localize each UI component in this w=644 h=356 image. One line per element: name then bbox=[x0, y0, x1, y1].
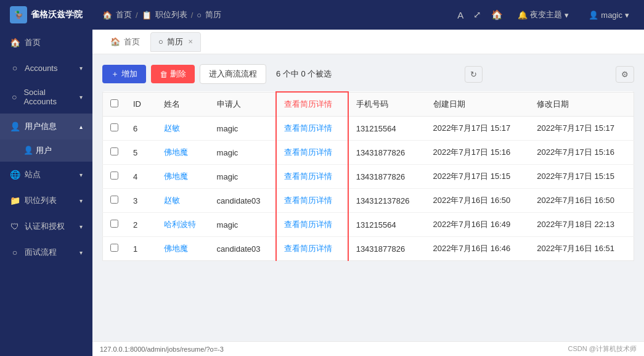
row-phone: 131215564 bbox=[348, 213, 426, 237]
breadcrumb-folder-icon: 📋 bbox=[142, 10, 152, 20]
sidebar-item-user-info[interactable]: 👤 用户信息 ▴ bbox=[0, 114, 92, 139]
row-id: 6 bbox=[126, 117, 157, 141]
sidebar-item-home[interactable]: 🏠 首页 bbox=[0, 30, 92, 56]
sidebar-item-auth[interactable]: 🛡 认证和授权 ▾ bbox=[0, 213, 92, 239]
row-modified: 2022年7月17日 15:15 bbox=[529, 165, 634, 189]
row-name: 佛地魔 bbox=[157, 237, 210, 261]
sidebar-item-positions[interactable]: 📁 职位列表 ▾ bbox=[0, 188, 92, 213]
home-icon[interactable]: 🏠 bbox=[491, 9, 503, 20]
font-size-icon[interactable]: A bbox=[457, 10, 463, 20]
accounts-chevron-icon: ▾ bbox=[79, 65, 83, 72]
row-phone: 13431877826 bbox=[348, 165, 426, 189]
user-menu-button[interactable]: 👤 magic ▾ bbox=[584, 8, 634, 22]
breadcrumb-resume[interactable]: 简历 bbox=[205, 9, 221, 20]
settings-button[interactable]: ⚙ bbox=[616, 66, 634, 83]
row-resume-action[interactable]: 查看简历详情 bbox=[276, 189, 348, 213]
breadcrumb-home[interactable]: 首页 bbox=[116, 9, 132, 20]
auth-icon: 🛡 bbox=[10, 221, 20, 231]
main-layout: 🏠 首页 ○ Accounts ▾ ○ Social Accounts ▾ 👤 … bbox=[0, 30, 644, 356]
row-operator: candidate03 bbox=[210, 237, 276, 261]
breadcrumb-positions[interactable]: 职位列表 bbox=[155, 9, 187, 20]
select-all-checkbox[interactable] bbox=[110, 99, 118, 107]
row-created: 2022年7月16日 16:46 bbox=[426, 237, 530, 261]
url-display: 127.0.0.1:8000/admin/jobs/resume/?o=-3 bbox=[100, 346, 224, 353]
resume-link[interactable]: 查看简历详情 bbox=[284, 244, 332, 253]
sidebar-accounts-label: Accounts bbox=[25, 64, 57, 73]
sidebar: 🏠 首页 ○ Accounts ▾ ○ Social Accounts ▾ 👤 … bbox=[0, 30, 92, 356]
delete-icon: 🗑 bbox=[160, 70, 168, 79]
sidebar-subitem-user[interactable]: 👤 用户 bbox=[0, 139, 92, 162]
enter-process-label: 进入商流流程 bbox=[209, 69, 257, 78]
refresh-button[interactable]: ↻ bbox=[465, 66, 483, 83]
row-checkbox[interactable] bbox=[110, 172, 118, 180]
row-checkbox[interactable] bbox=[110, 196, 118, 204]
user-info-icon: 👤 bbox=[10, 122, 20, 131]
row-id: 2 bbox=[126, 213, 157, 237]
row-checkbox[interactable] bbox=[110, 220, 118, 228]
row-resume-action[interactable]: 查看简历详情 bbox=[276, 213, 348, 237]
sidebar-user-info-label: 用户信息 bbox=[25, 121, 57, 132]
sidebar-item-social-accounts[interactable]: ○ Social Accounts ▾ bbox=[0, 80, 92, 114]
sidebar-item-site[interactable]: 🌐 站点 ▾ bbox=[0, 162, 92, 188]
row-checkbox[interactable] bbox=[110, 244, 118, 252]
tab-close-icon[interactable]: ✕ bbox=[188, 38, 193, 45]
sidebar-user-label: 👤 用户 bbox=[23, 146, 52, 155]
row-resume-action[interactable]: 查看简历详情 bbox=[276, 165, 348, 189]
action-bar: ＋ 增加 🗑 删除 进入商流流程 6 个中 0 个被选 ↻ ⚙ bbox=[102, 64, 634, 84]
table-row: 1 佛地魔 candidate03 查看简历详情 13431877826 202… bbox=[103, 237, 634, 261]
row-checkbox-cell bbox=[103, 237, 126, 261]
auth-chevron-icon: ▾ bbox=[79, 223, 83, 230]
row-operator: magic bbox=[210, 117, 276, 141]
resume-link[interactable]: 查看简历详情 bbox=[284, 123, 332, 133]
row-checkbox[interactable] bbox=[110, 123, 118, 131]
th-phone[interactable]: 手机号码 bbox=[348, 92, 426, 117]
row-checkbox-cell bbox=[103, 213, 126, 237]
delete-label: 删除 bbox=[170, 68, 186, 80]
row-name: 佛地魔 bbox=[157, 165, 210, 189]
th-name[interactable]: 姓名 bbox=[157, 92, 210, 117]
row-resume-action[interactable]: 查看简历详情 bbox=[276, 237, 348, 261]
theme-chevron-icon: ▾ bbox=[565, 10, 569, 20]
theme-button[interactable]: 🔔 夜变主题 ▾ bbox=[513, 7, 574, 23]
credit-text: CSDN @计算机技术师 bbox=[568, 344, 637, 354]
row-resume-action[interactable]: 查看简历详情 bbox=[276, 117, 348, 141]
resume-link[interactable]: 查看简历详情 bbox=[284, 220, 332, 229]
site-chevron-icon: ▾ bbox=[79, 172, 83, 178]
row-modified: 2022年7月16日 16:51 bbox=[529, 237, 634, 261]
th-resume-action[interactable]: 查看简历详情 bbox=[276, 92, 348, 117]
table-row: 3 赵敏 candidate03 查看简历详情 134312137826 202… bbox=[103, 189, 634, 213]
row-resume-action[interactable]: 查看简历详情 bbox=[276, 141, 348, 165]
resume-link[interactable]: 查看简历详情 bbox=[284, 196, 332, 205]
logo-icon: 🦆 bbox=[10, 6, 27, 23]
row-modified: 2022年7月17日 15:17 bbox=[529, 117, 634, 141]
th-created[interactable]: 创建日期 bbox=[426, 92, 530, 117]
row-checkbox-cell bbox=[103, 189, 126, 213]
sidebar-item-accounts[interactable]: ○ Accounts ▾ bbox=[0, 56, 92, 80]
delete-button[interactable]: 🗑 删除 bbox=[151, 65, 195, 83]
row-phone: 131215564 bbox=[348, 117, 426, 141]
user-chevron-icon: ▾ bbox=[625, 10, 629, 20]
resume-link[interactable]: 查看简历详情 bbox=[284, 172, 332, 181]
refresh-icon: ↻ bbox=[470, 70, 477, 79]
th-id[interactable]: ID bbox=[126, 92, 157, 117]
sidebar-item-interview[interactable]: ○ 面试流程 ▾ bbox=[0, 239, 92, 265]
tab-resume[interactable]: ○ 简历 ✕ bbox=[150, 32, 201, 52]
breadcrumb-circle-icon: ○ bbox=[197, 10, 202, 20]
row-phone: 13431877826 bbox=[348, 141, 426, 165]
fullscreen-icon[interactable]: ⤢ bbox=[473, 9, 481, 20]
social-accounts-chevron-icon: ▾ bbox=[79, 94, 83, 101]
top-nav-right: A ⤢ 🏠 🔔 夜变主题 ▾ 👤 magic ▾ bbox=[457, 7, 634, 23]
tab-home[interactable]: 🏠 首页 bbox=[102, 32, 148, 52]
breadcrumb-sep1: / bbox=[136, 10, 138, 20]
resume-link[interactable]: 查看简历详情 bbox=[284, 147, 332, 157]
row-checkbox[interactable] bbox=[110, 147, 118, 155]
th-modified[interactable]: 修改日期 bbox=[529, 92, 634, 117]
sidebar-positions-label: 职位列表 bbox=[25, 195, 57, 206]
add-button[interactable]: ＋ 增加 bbox=[102, 65, 146, 83]
enter-process-button[interactable]: 进入商流流程 bbox=[200, 64, 266, 84]
resume-table: ID 姓名 申请人 查看简历详情 手机号码 创建日期 修改日期 6 赵敏 mag… bbox=[102, 91, 634, 261]
row-name: 赵敏 bbox=[157, 117, 210, 141]
th-operator[interactable]: 申请人 bbox=[210, 92, 276, 117]
user-icon: 👤 bbox=[589, 10, 598, 20]
top-navigation: 🦆 雀格沃兹学院 🏠 首页 / 📋 职位列表 / ○ 简历 A ⤢ 🏠 🔔 夜变… bbox=[0, 0, 644, 30]
